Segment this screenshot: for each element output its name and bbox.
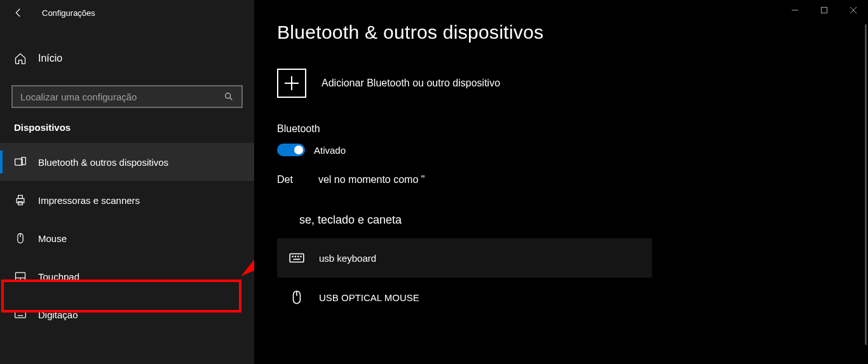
touchpad-icon	[14, 270, 27, 283]
device-mouse[interactable]: USB OPTICAL MOUSE	[277, 278, 652, 317]
sidebar-section-title: Dispositivos	[0, 108, 254, 139]
sidebar-item-label: Touchpad	[38, 271, 79, 282]
sidebar: Configurações Início Dispositivos Blueto…	[0, 0, 254, 364]
search-box-wrap	[0, 85, 254, 108]
minimize-button[interactable]	[780, 0, 810, 20]
svg-point-0	[226, 93, 231, 98]
home-label: Início	[38, 53, 62, 64]
svg-rect-3	[17, 199, 24, 203]
home-link[interactable]: Início	[0, 44, 254, 72]
keyboard-icon	[14, 308, 27, 321]
add-device-label: Adicionar Bluetooth ou outro dispositivo	[322, 78, 500, 89]
svg-rect-4	[18, 196, 23, 199]
search-box[interactable]	[11, 85, 243, 108]
window-controls	[780, 0, 868, 20]
app-title: Configurações	[42, 8, 95, 18]
mouse-icon	[288, 289, 305, 306]
sidebar-item-label: Bluetooth & outros dispositivos	[38, 157, 168, 168]
svg-rect-21	[822, 8, 827, 13]
sidebar-item-mouse[interactable]: Mouse	[0, 219, 254, 257]
mouse-icon	[14, 232, 27, 245]
keyboard-icon	[288, 250, 305, 266]
device-keyboard[interactable]: usb keyboard	[277, 238, 652, 278]
sidebar-item-label: Digitação	[38, 309, 78, 320]
sidebar-item-label: Mouse	[38, 233, 67, 244]
sidebar-item-touchpad[interactable]: Touchpad	[0, 257, 254, 295]
sidebar-item-bluetooth[interactable]: Bluetooth & outros dispositivos	[0, 143, 254, 181]
detectable-text: Detxxxxxvel no momento como "	[277, 174, 868, 185]
sidebar-item-label: Impressoras e scanners	[38, 195, 140, 206]
bluetooth-label: Bluetooth	[277, 123, 868, 135]
device-label: usb keyboard	[319, 253, 376, 264]
titlebar: Configurações	[0, 0, 254, 25]
maximize-button[interactable]	[810, 0, 839, 20]
search-input[interactable]	[20, 91, 224, 102]
devices-section-title: Mouse, teclado e caneta	[277, 213, 868, 227]
back-button[interactable]	[13, 7, 24, 18]
devices-icon	[14, 156, 27, 168]
svg-point-27	[298, 256, 299, 257]
svg-point-28	[301, 256, 301, 257]
main-content: Bluetooth & outros dispositivos Adiciona…	[254, 0, 868, 364]
bluetooth-toggle[interactable]	[277, 144, 305, 156]
sidebar-item-printers[interactable]: Impressoras e scanners	[0, 181, 254, 219]
close-button[interactable]	[839, 0, 868, 20]
add-device-button[interactable]: Adicionar Bluetooth ou outro dispositivo	[277, 69, 868, 98]
svg-rect-5	[18, 202, 23, 205]
sidebar-nav: Bluetooth & outros dispositivos Impresso…	[0, 143, 254, 334]
page-title: Bluetooth & outros dispositivos	[277, 22, 868, 43]
home-icon	[14, 52, 27, 65]
svg-rect-2	[22, 158, 26, 165]
bluetooth-toggle-label: Ativado	[314, 145, 346, 156]
plus-icon	[277, 69, 306, 98]
search-icon	[224, 91, 234, 102]
device-label: USB OPTICAL MOUSE	[319, 292, 419, 303]
sidebar-item-typing[interactable]: Digitação	[0, 295, 254, 334]
svg-rect-24	[290, 254, 304, 262]
svg-rect-11	[15, 311, 26, 318]
svg-point-26	[295, 256, 295, 257]
svg-point-25	[292, 256, 293, 257]
printer-icon	[14, 194, 27, 206]
bluetooth-toggle-row: Ativado	[277, 144, 868, 156]
